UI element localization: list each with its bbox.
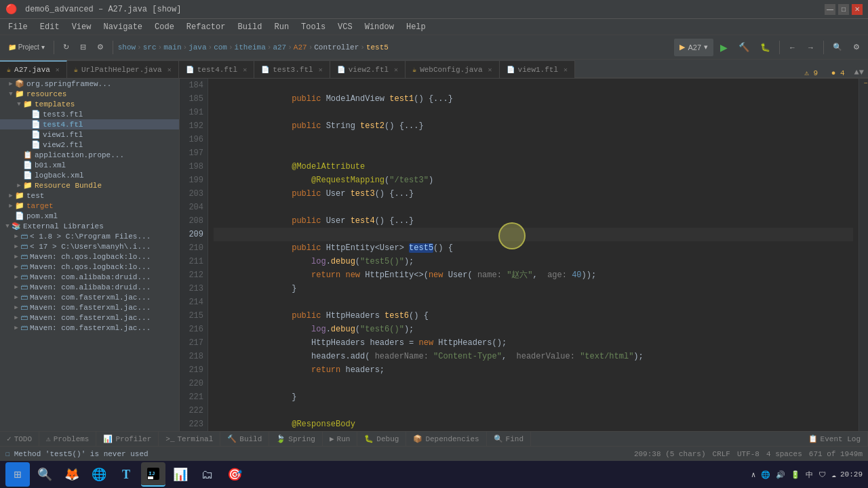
taskbar-firefox[interactable]: 🦊 — [60, 462, 84, 487]
tab-A27-java[interactable]: ☕ A27.java ✕ — [0, 60, 67, 78]
menu-file[interactable]: File — [3, 21, 33, 33]
tab-event-log[interactable]: 📋 Event Log — [802, 432, 868, 447]
menu-run[interactable]: Run — [269, 21, 294, 33]
sidebar-item-test3-ftl[interactable]: 📄 test3.ftl — [0, 109, 179, 119]
search-btn[interactable]: 🔍 — [829, 39, 846, 56]
tab-scroll-up[interactable]: ▲ — [854, 68, 859, 77]
sidebar-item-b01-xml[interactable]: 📄 b01.xml — [0, 160, 179, 170]
run-config-selector[interactable]: ▶ A27 ▾ — [674, 39, 713, 56]
bc-test5[interactable]: test5 — [366, 43, 389, 52]
tab-WebConfig[interactable]: ☕ WebConfig.java ✕ — [406, 60, 499, 78]
sidebar-item-logback2[interactable]: ▶ 🗃 Maven: ch.qos.logback:lo... — [0, 262, 179, 272]
tab-terminal[interactable]: >_ Terminal — [159, 432, 220, 447]
tab-close-icon5[interactable]: ✕ — [394, 66, 398, 74]
menu-refactor[interactable]: Refactor — [181, 21, 231, 33]
bc-A27[interactable]: A27 — [294, 43, 307, 52]
tab-close-icon2[interactable]: ✕ — [167, 66, 172, 74]
tab-run[interactable]: ▶ Run — [323, 432, 357, 447]
tab-UrlPathHelper[interactable]: ☕ UrlPathHelper.java ✕ — [67, 60, 179, 78]
tab-view1-ftl[interactable]: 📄 view1.ftl ✕ — [500, 60, 575, 78]
sidebar-item-jdk18[interactable]: ▶ 🗃 < 1.8 > C:\Program Files... — [0, 231, 179, 241]
taskbar-files[interactable]: 🗂 — [195, 462, 220, 487]
sidebar-item-jackson2[interactable]: ▶ 🗃 Maven: com.fasterxml.jac... — [0, 302, 179, 312]
tab-find[interactable]: 🔍 Find — [487, 432, 531, 447]
lang-indicator[interactable]: 中 — [806, 470, 813, 480]
taskbar-media[interactable]: 🎯 — [222, 462, 247, 487]
menu-window[interactable]: Window — [359, 21, 399, 33]
bc-a27[interactable]: a27 — [273, 43, 286, 52]
tab-close-icon3[interactable]: ✕ — [243, 66, 247, 74]
tab-problems[interactable]: ⚠ Problems — [39, 432, 96, 447]
toolbar-settings[interactable]: ⚙ — [93, 39, 108, 56]
sidebar-item-test[interactable]: ▶ 📁 test — [0, 190, 179, 201]
menu-view[interactable]: View — [66, 21, 97, 33]
maximize-button[interactable]: □ — [838, 4, 849, 15]
tab-test4-ftl[interactable]: 📄 test4.ftl ✕ — [179, 60, 254, 78]
bc-main[interactable]: main — [163, 43, 181, 52]
sidebar-item-org[interactable]: ▶ 📦 org.springframew... — [0, 79, 179, 89]
taskbar-search[interactable]: 🔍 — [33, 462, 57, 487]
indent-info[interactable]: 4 spaces — [766, 450, 802, 458]
bc-com[interactable]: com — [214, 43, 227, 52]
bc-java[interactable]: java — [189, 43, 206, 52]
sidebar-item-resources[interactable]: ▼ 📁 resources — [0, 89, 179, 99]
taskbar-intellij[interactable]: IJ — [141, 462, 165, 487]
tab-debug[interactable]: 🐛 Debug — [357, 432, 406, 447]
run-button[interactable]: ▶ — [716, 39, 732, 56]
menu-tools[interactable]: Tools — [296, 21, 331, 33]
menu-navigate[interactable]: Navigate — [98, 21, 148, 33]
taskbar-text[interactable]: T — [114, 462, 138, 487]
toolbar-collapse[interactable]: ⊟ — [76, 39, 90, 56]
bc-src[interactable]: src — [143, 43, 157, 52]
sidebar-item-view2-ftl[interactable]: 📄 view2.ftl — [0, 140, 179, 150]
close-button[interactable]: ✕ — [852, 4, 863, 15]
sidebar-item-pom-xml[interactable]: 📄 pom.xml — [0, 211, 179, 221]
build-button[interactable]: 🔨 — [734, 39, 753, 56]
taskbar-browser[interactable]: 🌐 — [87, 462, 111, 487]
sidebar-item-jackson4[interactable]: ▶ 🗃 Maven: com.fasterxml.jac... — [0, 323, 179, 333]
sidebar-item-app-props[interactable]: 📋 application.prope... — [0, 150, 179, 160]
menu-edit[interactable]: Edit — [35, 21, 65, 33]
sidebar-item-druid1[interactable]: ▶ 🗃 Maven: com.alibaba:druid... — [0, 272, 179, 282]
clock[interactable]: 20:29 — [840, 470, 863, 479]
tab-view2-ftl[interactable]: 📄 view2.ftl ✕ — [330, 60, 406, 78]
editor-scrollbar[interactable]: ─ — [859, 79, 868, 431]
sidebar-item-resource-bundle[interactable]: ▶ 📁 Resource Bundle — [0, 180, 179, 190]
settings-btn[interactable]: ⚙ — [849, 39, 864, 56]
tab-close-icon4[interactable]: ✕ — [319, 66, 323, 74]
tab-close-icon6[interactable]: ✕ — [488, 66, 492, 74]
sidebar-item-ext-libs[interactable]: ▼ 📚 External Libraries — [0, 221, 179, 231]
sidebar-item-jackson3[interactable]: ▶ 🗃 Maven: com.fasterxml.jac... — [0, 312, 179, 323]
tab-dependencies[interactable]: 📦 Dependencies — [406, 432, 486, 447]
toolbar-sync[interactable]: ↻ — [59, 39, 73, 56]
sidebar-item-target[interactable]: ▶ 📁 target — [0, 201, 179, 211]
debug-button[interactable]: 🐛 — [756, 39, 774, 56]
code-content[interactable]: public ModelAndView test1() {...} public… — [208, 79, 859, 431]
cursor-position[interactable]: 209:38 (5 chars) — [634, 450, 706, 458]
menu-build[interactable]: Build — [232, 21, 267, 33]
tab-close-icon[interactable]: ✕ — [56, 66, 60, 74]
sidebar-item-logback-xml[interactable]: 📄 logback.xml — [0, 170, 179, 180]
tab-scroll-down[interactable]: ▼ — [859, 68, 864, 77]
tab-close-icon7[interactable]: ✕ — [564, 66, 568, 74]
menu-code[interactable]: Code — [149, 21, 180, 33]
tab-spring[interactable]: 🍃 Spring — [269, 432, 323, 447]
minimize-button[interactable]: — — [825, 4, 835, 15]
back-btn[interactable]: ← — [785, 39, 800, 56]
menu-vcs[interactable]: VCS — [332, 21, 358, 33]
line-ending[interactable]: CRLF — [713, 450, 730, 458]
forward-btn[interactable]: → — [803, 39, 818, 56]
tab-test3-ftl[interactable]: 📄 test3.ftl ✕ — [254, 60, 330, 78]
tray-arrow[interactable]: ∧ — [751, 470, 756, 479]
sidebar-item-logback1[interactable]: ▶ 🗃 Maven: ch.qos.logback:lo... — [0, 251, 179, 262]
sidebar-item-templates[interactable]: ▼ 📁 templates — [0, 99, 179, 109]
menu-help[interactable]: Help — [401, 21, 431, 33]
sidebar-item-jackson1[interactable]: ▶ 🗃 Maven: com.fasterxml.jac... — [0, 292, 179, 302]
tab-todo[interactable]: ✓ TODO — [0, 432, 39, 447]
encoding[interactable]: UTF-8 — [737, 450, 760, 458]
start-button[interactable]: ⊞ — [5, 462, 30, 487]
tab-build[interactable]: 🔨 Build — [220, 432, 269, 447]
project-view-btn[interactable]: 📁 Project ▾ — [4, 39, 49, 56]
tab-profiler[interactable]: 📊 Profiler — [96, 432, 159, 447]
bc-Controller[interactable]: Controller — [314, 43, 359, 52]
